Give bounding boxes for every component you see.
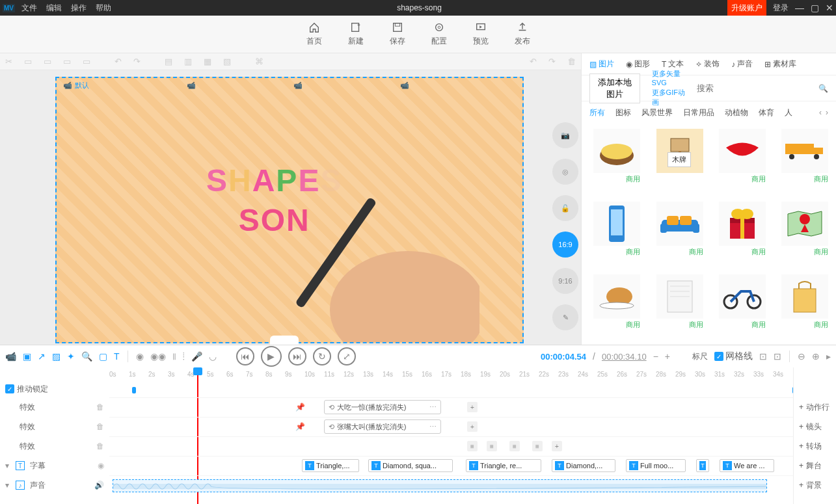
pin-icon[interactable]: 📌 bbox=[295, 422, 305, 431]
snap-icon[interactable]: ⊡ bbox=[759, 351, 767, 362]
next-button[interactable]: ⏭ bbox=[288, 347, 306, 365]
target-icon[interactable]: ◎ bbox=[552, 159, 578, 185]
asset-sofa[interactable]: 商用 bbox=[652, 202, 703, 267]
lock-icon[interactable]: 🔓 bbox=[552, 195, 578, 221]
add-lens[interactable]: +镜头 bbox=[794, 417, 836, 436]
add-button[interactable]: + bbox=[467, 421, 478, 432]
search-icon[interactable]: 🔍 bbox=[818, 84, 828, 93]
delete-icon[interactable]: 🗑 bbox=[567, 57, 576, 66]
tab-decor[interactable]: ✧装饰 bbox=[695, 59, 720, 70]
asset-lips[interactable]: 商用 bbox=[715, 129, 766, 194]
toolbar-home[interactable]: 首页 bbox=[306, 21, 322, 47]
zoom-in-icon[interactable]: ⊕ bbox=[812, 351, 820, 362]
text-icon[interactable]: T bbox=[114, 351, 120, 362]
chevron-left-icon[interactable]: ‹ bbox=[819, 108, 822, 117]
asset-turkey[interactable]: 商用 bbox=[589, 274, 640, 339]
cat-icons[interactable]: 图标 bbox=[615, 107, 631, 118]
pin-icon[interactable]: 📌 bbox=[295, 403, 305, 412]
asset-paper[interactable]: 商用 bbox=[652, 274, 703, 339]
asset-sign[interactable]: 木牌 bbox=[652, 129, 703, 194]
export-icon[interactable]: ↗ bbox=[38, 351, 46, 362]
subtitle-clip[interactable]: TTriangle, re... bbox=[466, 459, 541, 472]
align-icon[interactable]: ▭ bbox=[24, 57, 32, 66]
time-ruler[interactable]: 0s1s2s3s4s5s6s7s8s9s10s11s12s13s14s15s16… bbox=[109, 367, 793, 380]
chevron-down-icon[interactable]: ▾ bbox=[5, 481, 9, 490]
cat-animals[interactable]: 动植物 bbox=[725, 107, 748, 118]
tab-sound[interactable]: ♪声音 bbox=[731, 59, 753, 70]
toolbar-preview[interactable]: 预览 bbox=[473, 21, 489, 47]
track-sound[interactable]: ▾♪声音🔊 bbox=[0, 475, 109, 495]
link-more-svg[interactable]: 更多矢量SVG bbox=[652, 69, 685, 86]
delete-icon[interactable]: 🗑 bbox=[96, 403, 104, 412]
voice-icon[interactable]: ◡ bbox=[209, 351, 217, 362]
frame-icon[interactable]: ▢ bbox=[99, 351, 107, 362]
menu-action[interactable]: 操作 bbox=[71, 3, 87, 14]
ratio-9-16[interactable]: 9:16 bbox=[552, 268, 578, 294]
add-button[interactable]: + bbox=[552, 441, 562, 451]
snap-icon[interactable]: ⊡ bbox=[774, 351, 781, 362]
menu-file[interactable]: 文件 bbox=[21, 3, 37, 14]
shapes-icon[interactable]: ▨ bbox=[52, 351, 61, 362]
layer-icon[interactable]: ▧ bbox=[223, 57, 231, 66]
add-button[interactable]: ≡ bbox=[532, 441, 543, 451]
asset-phone[interactable]: 商用 bbox=[589, 202, 640, 267]
chevron-right-icon[interactable]: ▸ bbox=[826, 351, 831, 362]
add-button[interactable]: ≡ bbox=[487, 441, 497, 451]
login-button[interactable]: 登录 bbox=[773, 3, 789, 14]
camera-icon[interactable]: 📹 bbox=[5, 351, 16, 362]
toolbar-settings[interactable]: 配置 bbox=[431, 21, 447, 47]
asset-bag[interactable]: 商用 bbox=[777, 274, 828, 339]
panel-toggle[interactable] bbox=[270, 336, 299, 345]
fullscreen-button[interactable]: ⤢ bbox=[338, 347, 356, 365]
crop-icon[interactable]: ✂ bbox=[5, 57, 12, 66]
visibility-icon[interactable]: ◉ bbox=[98, 461, 104, 470]
subtitle-clip[interactable]: TFull moo... bbox=[626, 459, 686, 472]
frame-icon[interactable]: ▣ bbox=[23, 351, 31, 362]
layer-icon[interactable]: ▤ bbox=[165, 57, 172, 66]
people-icon[interactable]: ◉◉ bbox=[150, 351, 166, 362]
subtitle-clip[interactable]: TWe are ... bbox=[720, 459, 774, 472]
tab-shape[interactable]: ◉图形 bbox=[626, 59, 650, 70]
camera-default[interactable]: 📹默认 bbox=[63, 81, 89, 90]
asset-truck[interactable]: 商用 bbox=[777, 129, 828, 194]
chevron-right-icon[interactable]: › bbox=[826, 108, 828, 117]
cat-sports[interactable]: 体育 bbox=[759, 107, 774, 118]
prev-button[interactable]: ⏮ bbox=[236, 347, 254, 365]
asset-map[interactable]: 商用 bbox=[777, 202, 828, 267]
layer-icon[interactable]: ▦ bbox=[204, 57, 211, 66]
rotate-icon[interactable]: ↷ bbox=[133, 57, 141, 66]
add-button[interactable]: + bbox=[467, 402, 478, 412]
timeline-tracks[interactable]: 0s1s2s3s4s5s6s7s8s9s10s11s12s13s14s15s16… bbox=[109, 367, 793, 504]
person-icon[interactable]: ◉ bbox=[136, 351, 144, 362]
toolbar-publish[interactable]: 发布 bbox=[515, 21, 530, 47]
loop-button[interactable]: ↻ bbox=[313, 347, 331, 365]
layer-icon[interactable]: ▥ bbox=[184, 57, 192, 66]
tab-image[interactable]: ▧图片 bbox=[589, 59, 614, 70]
clip-fx1[interactable]: ⟲大吃一惊(播放完消失)⋯ bbox=[324, 400, 441, 414]
add-background[interactable]: +背景 bbox=[794, 475, 836, 495]
add-stage[interactable]: +舞台 bbox=[794, 456, 836, 475]
asset-noodles[interactable]: 商用 bbox=[589, 129, 640, 194]
sound-clip[interactable] bbox=[113, 479, 767, 492]
add-local-button[interactable]: 添加本地图片 bbox=[589, 73, 640, 103]
chevron-down-icon[interactable]: ▾ bbox=[5, 461, 9, 470]
subtitle-clip[interactable]: T bbox=[696, 459, 709, 472]
wave-icon[interactable]: ⦙ bbox=[183, 351, 185, 362]
cat-daily[interactable]: 日常用品 bbox=[683, 107, 714, 118]
volume-icon[interactable]: 🔊 bbox=[94, 481, 104, 490]
clip-fx2[interactable]: ⟲张嘴大叫(播放完消失)⋯ bbox=[324, 419, 441, 434]
toolbar-new[interactable]: 新建 bbox=[348, 21, 364, 47]
cat-scenery[interactable]: 风景世界 bbox=[641, 107, 673, 118]
grid-checkbox[interactable]: ✓ bbox=[714, 352, 723, 361]
cat-people[interactable]: 人 bbox=[785, 107, 792, 118]
subtitle-clip[interactable]: TDiamond, squa... bbox=[368, 459, 453, 472]
wand-icon[interactable]: ✦ bbox=[67, 351, 75, 362]
edit-icon[interactable]: ✎ bbox=[552, 304, 578, 330]
search-icon[interactable]: 🔍 bbox=[81, 351, 92, 362]
close-icon[interactable]: ✕ bbox=[826, 3, 833, 13]
toolbar-save[interactable]: 保存 bbox=[390, 21, 405, 47]
align-icon[interactable]: ▭ bbox=[63, 57, 71, 66]
redo-icon[interactable]: ↷ bbox=[548, 57, 556, 66]
align-icon[interactable]: ▭ bbox=[83, 57, 90, 66]
subtitle-clip[interactable]: TDiamond,... bbox=[552, 459, 615, 472]
